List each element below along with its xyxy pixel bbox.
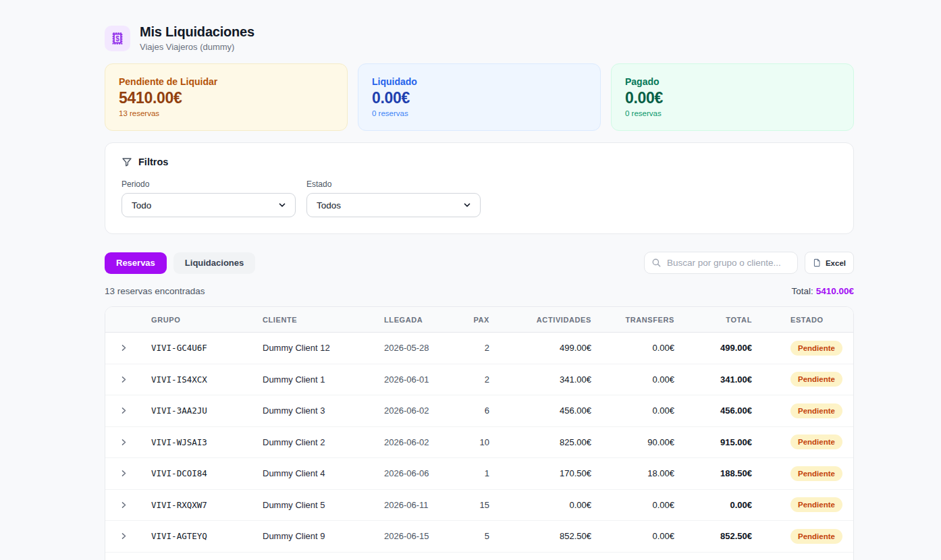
table-header-row: GRUPO CLIENTE LLEGADA PAX ACTIVIDADES TR… — [105, 307, 853, 333]
filters-grid: Periodo Todo Estado Todos — [122, 179, 837, 217]
estado-cell: Pendiente — [752, 341, 854, 356]
tab-liquidaciones[interactable]: Liquidaciones — [173, 252, 255, 274]
grupo-cell: VIVI-WJSAI3 — [138, 437, 263, 447]
status-badge: Pendiente — [790, 403, 842, 418]
grupo-cell: VIVI-GC4U6F — [138, 343, 263, 353]
expand-row-button[interactable] — [115, 528, 132, 545]
transfers-cell: 0.00€ — [591, 531, 674, 541]
llegada-cell: 2026-06-11 — [384, 500, 458, 510]
tab-reservas[interactable]: Reservas — [105, 252, 167, 274]
filters-panel: Filtros Periodo Todo Estado Todos — [105, 142, 854, 234]
chevron-down-icon — [277, 200, 287, 210]
estado-cell: Pendiente — [752, 435, 854, 449]
page-title: Mis Liquidaciones — [140, 24, 254, 40]
total-label: Total: — [791, 286, 813, 296]
periodo-filter-group: Periodo Todo — [122, 179, 296, 217]
svg-text:$: $ — [115, 34, 119, 42]
expand-cell — [105, 339, 138, 357]
page-header: $ Mis Liquidaciones Viajes Viajeros (dum… — [105, 24, 854, 52]
expand-cell — [105, 402, 138, 420]
pax-cell: 1 — [458, 468, 489, 478]
estado-select-value: Todos — [317, 200, 341, 211]
column-header-pax: PAX — [458, 316, 489, 324]
card-pagado: Pagado 0.00€ 0 reservas — [611, 63, 854, 131]
estado-cell: Pendiente — [752, 466, 854, 481]
llegada-cell: 2026-06-06 — [384, 468, 458, 478]
search-icon — [651, 258, 662, 268]
table-row[interactable]: VIVI-WJSAI3 Dummy Client 2 2026-06-02 10… — [105, 427, 853, 459]
table-row[interactable]: VIVI-RXQXW7 Dummy Client 5 2026-06-11 15… — [105, 490, 853, 522]
estado-cell: Pendiente — [752, 372, 854, 387]
total-line: Total:5410.00€ — [791, 286, 854, 296]
grupo-cell: VIVI-3AA2JU — [138, 405, 263, 416]
card-liquidado-label: Liquidado — [372, 76, 587, 87]
toolbar-right: Excel — [644, 252, 854, 274]
chevron-down-icon — [462, 200, 472, 210]
expand-row-button[interactable] — [115, 370, 132, 388]
expand-row-button[interactable] — [115, 496, 132, 513]
grupo-cell: VIVI-DCOI84 — [138, 468, 263, 478]
cliente-cell: Dummy Client 4 — [263, 468, 384, 478]
card-pagado-label: Pagado — [625, 76, 840, 87]
reservas-table: GRUPO CLIENTE LLEGADA PAX ACTIVIDADES TR… — [105, 306, 854, 560]
table-row[interactable]: VIVI-GC4U6F Dummy Client 12 2026-05-28 2… — [105, 333, 853, 364]
periodo-select[interactable]: Todo — [122, 193, 296, 217]
cliente-cell: Dummy Client 3 — [263, 405, 384, 416]
llegada-cell: 2026-06-02 — [384, 405, 458, 416]
llegada-cell: 2026-05-28 — [384, 343, 458, 353]
table-row[interactable]: VIVI-DCOI84 Dummy Client 4 2026-06-06 1 … — [105, 458, 853, 490]
actividades-cell: 170.50€ — [489, 468, 591, 478]
cliente-cell: Dummy Client 2 — [263, 437, 384, 447]
actividades-cell: 0.00€ — [489, 500, 591, 510]
table-row[interactable]: VIVI-3AA2JU Dummy Client 3 2026-06-02 6 … — [105, 395, 853, 427]
total-cell: 456.00€ — [674, 405, 752, 416]
grupo-cell: VIVI-IS4XCX — [138, 374, 263, 385]
card-pendiente-value: 5410.00€ — [119, 89, 333, 107]
page-subtitle: Viajes Viajeros (dummy) — [140, 42, 254, 52]
estado-label: Estado — [306, 179, 481, 189]
actividades-cell: 341.00€ — [489, 374, 591, 385]
card-pendiente-label: Pendiente de Liquidar — [119, 76, 333, 87]
cliente-cell: Dummy Client 12 — [263, 343, 384, 353]
search-input[interactable] — [667, 258, 790, 268]
estado-select[interactable]: Todos — [306, 193, 481, 217]
expand-cell — [105, 465, 138, 482]
cliente-cell: Dummy Client 5 — [263, 500, 384, 510]
total-cell: 852.50€ — [674, 531, 752, 541]
status-badge: Pendiente — [790, 341, 842, 356]
expand-row-button[interactable] — [115, 465, 132, 482]
transfers-cell: 0.00€ — [591, 343, 674, 353]
receipt-dollar-icon: $ — [105, 26, 130, 51]
column-header-actividades: ACTIVIDADES — [489, 316, 591, 324]
status-badge: Pendiente — [790, 497, 842, 512]
expand-cell — [105, 496, 138, 513]
pax-cell: 6 — [458, 405, 489, 416]
excel-export-button[interactable]: Excel — [805, 252, 854, 274]
table-row[interactable]: VIVI-IS4XCX Dummy Client 1 2026-06-01 2 … — [105, 364, 853, 396]
expand-row-button[interactable] — [115, 433, 132, 451]
expand-row-button[interactable] — [115, 339, 132, 357]
table-row[interactable]: VIVI-AUEQMM Dummy Client 13 2026-06-16 2… — [105, 553, 853, 560]
pax-cell: 2 — [458, 343, 489, 353]
periodo-select-value: Todo — [132, 200, 151, 211]
card-liquidado-value: 0.00€ — [372, 89, 587, 107]
card-liquidado-sub: 0 reservas — [372, 109, 587, 117]
status-badge: Pendiente — [790, 466, 842, 481]
expand-row-button[interactable] — [115, 402, 132, 420]
expand-cell — [105, 528, 138, 545]
total-value: 5410.00€ — [816, 286, 854, 296]
card-liquidado: Liquidado 0.00€ 0 reservas — [358, 63, 601, 131]
actividades-cell: 825.00€ — [489, 437, 591, 447]
status-badge: Pendiente — [790, 372, 842, 387]
llegada-cell: 2026-06-02 — [384, 437, 458, 447]
llegada-cell: 2026-06-01 — [384, 374, 458, 385]
search-box[interactable] — [644, 252, 798, 274]
actividades-cell: 456.00€ — [489, 405, 591, 416]
summary-cards: Pendiente de Liquidar 5410.00€ 13 reserv… — [105, 63, 854, 131]
grupo-cell: VIVI-RXQXW7 — [138, 500, 263, 510]
table-row[interactable]: VIVI-AGTEYQ Dummy Client 9 2026-06-15 5 … — [105, 521, 853, 553]
column-header-transfers: TRANSFERS — [591, 316, 674, 324]
column-header-grupo: GRUPO — [138, 316, 263, 324]
card-pagado-sub: 0 reservas — [625, 109, 840, 117]
total-cell: 499.00€ — [674, 343, 752, 353]
